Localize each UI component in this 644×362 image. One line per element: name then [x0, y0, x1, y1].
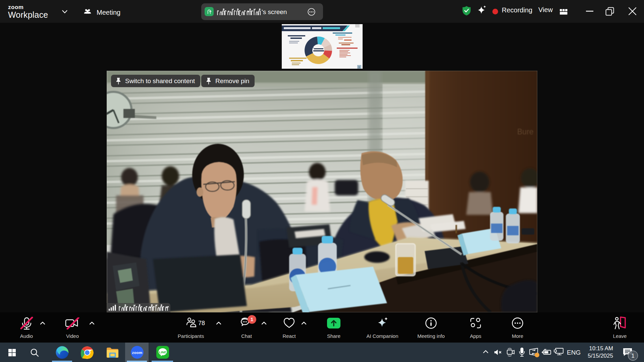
svg-text:Bure: Bure — [517, 127, 534, 136]
svg-text:3: 3 — [358, 66, 360, 69]
svg-text:zoom: zoom — [132, 351, 142, 355]
svg-text:LINE: LINE — [159, 350, 166, 354]
